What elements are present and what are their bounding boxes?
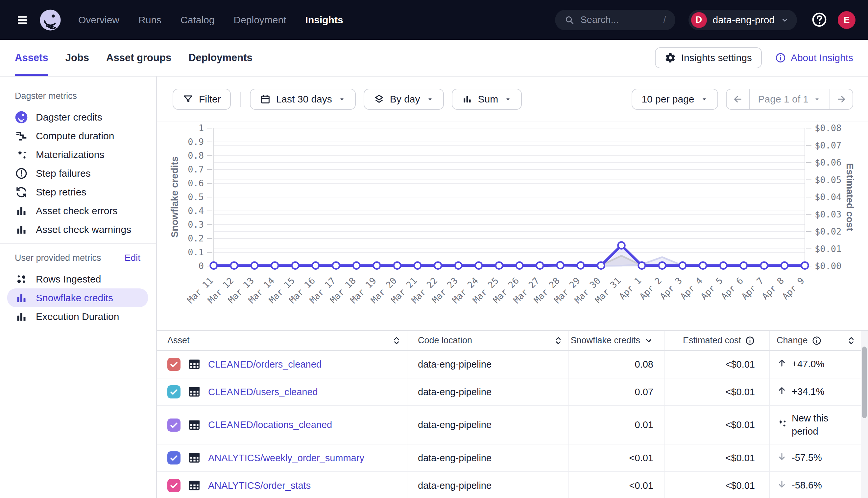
metrics-chart: 00.10.20.30.40.50.60.70.80.91$0.00$0.01$… xyxy=(157,121,868,330)
caret-down-icon xyxy=(504,95,512,103)
trend-up-icon xyxy=(777,358,787,368)
asset-cell: CLEANED/orders_cleaned xyxy=(157,351,407,378)
sidebar-item-rows-ingested[interactable]: Rows Ingested xyxy=(0,270,148,288)
help-button[interactable] xyxy=(810,11,829,29)
sidebar-item-compute-duration[interactable]: Compute duration xyxy=(0,127,148,145)
column-header-code-location[interactable]: Code location xyxy=(407,331,569,350)
sidebar-section-title: Dagster metrics xyxy=(15,91,77,101)
sidebar-item-step-failures[interactable]: Step failures xyxy=(0,164,148,183)
asset-link[interactable]: ANALYTICS/order_stats xyxy=(208,480,311,491)
change-cell: -57.5% xyxy=(770,444,861,471)
date-range-dropdown[interactable]: Last 30 days xyxy=(250,89,356,110)
sidebar-item-snowflake-credits[interactable]: Snowflake credits xyxy=(7,288,148,307)
next-page-button[interactable] xyxy=(830,89,853,109)
caret-down-icon xyxy=(338,95,346,103)
asset-cell: ANALYTICS/weekly_order_summary xyxy=(157,444,407,471)
scrollbar-thumb[interactable] xyxy=(862,346,867,418)
svg-text:$0.05: $0.05 xyxy=(815,175,841,185)
checkmark-icon xyxy=(169,359,179,369)
page-indicator-dropdown[interactable]: Page 1 of 1 xyxy=(749,89,830,109)
change-value: -57.5% xyxy=(792,451,822,464)
tab-jobs[interactable]: Jobs xyxy=(65,40,89,76)
asset-link[interactable]: CLEANED/users_cleaned xyxy=(208,386,318,397)
column-label: Change xyxy=(777,336,808,345)
search-input[interactable]: Search... / xyxy=(555,10,675,30)
deployment-badge: D xyxy=(691,12,707,28)
row-checkbox[interactable] xyxy=(167,358,180,371)
menu-button[interactable] xyxy=(13,10,32,30)
sidebar-item-label: Compute duration xyxy=(36,130,114,142)
user-avatar[interactable]: E xyxy=(838,11,855,29)
search-shortcut-hint: / xyxy=(663,14,666,25)
row-checkbox[interactable] xyxy=(167,385,180,398)
sidebar-item-execution-duration[interactable]: Execution Duration xyxy=(0,307,148,326)
dagster-logo-icon[interactable] xyxy=(39,9,61,31)
code-location-cell: data-eng-pipeline xyxy=(407,406,569,444)
tab-assets[interactable]: Assets xyxy=(15,40,48,76)
sidebar-section-header: Dagster metrics xyxy=(0,91,156,101)
column-header-asset[interactable]: Asset xyxy=(157,331,407,350)
deployment-switcher[interactable]: D data-eng-prod xyxy=(689,10,797,30)
svg-text:Estimated cost: Estimated cost xyxy=(845,163,855,231)
filter-button[interactable]: Filter xyxy=(173,89,231,110)
tab-asset-groups[interactable]: Asset groups xyxy=(106,40,171,76)
prev-page-button[interactable] xyxy=(727,89,749,109)
column-header-estimated-cost[interactable]: Estimated cost xyxy=(665,331,770,350)
row-checkbox[interactable] xyxy=(167,419,180,432)
dagster-insights-app: OverviewRunsCatalogDeploymentInsights Se… xyxy=(0,0,868,498)
insights-settings-button[interactable]: Insights settings xyxy=(655,47,762,68)
table-row: ANALYTICS/order_statsdata-eng-pipeline<0… xyxy=(157,472,868,498)
sidebar-item-dagster-credits[interactable]: Dagster credits xyxy=(0,108,148,127)
bar-chart-icon xyxy=(15,223,28,236)
row-checkbox[interactable] xyxy=(167,451,180,464)
aggregation-dropdown[interactable]: Sum xyxy=(452,89,522,110)
asset-cell: CLEANED/locations_cleaned xyxy=(157,406,407,444)
edit-metrics-link[interactable]: Edit xyxy=(125,253,140,263)
sidebar-item-asset-check-warnings[interactable]: Asset check warnings xyxy=(0,220,148,239)
assets-table: AssetCode locationSnowflake creditsEstim… xyxy=(157,330,868,498)
nav-item-insights[interactable]: Insights xyxy=(305,14,343,26)
checkmark-icon xyxy=(169,420,179,430)
about-insights-link[interactable]: About Insights xyxy=(775,52,853,63)
svg-text:Apr 5: Apr 5 xyxy=(699,275,725,301)
nav-item-deployment[interactable]: Deployment xyxy=(233,14,286,26)
table-scrollbar[interactable] xyxy=(861,331,868,498)
asset-link[interactable]: ANALYTICS/weekly_order_summary xyxy=(208,453,364,463)
column-header-change[interactable]: Change xyxy=(770,331,861,350)
filter-label: Filter xyxy=(199,94,221,105)
svg-text:0.7: 0.7 xyxy=(188,164,204,174)
estimated-cost-cell: <$0.01 xyxy=(665,378,770,405)
sidebar-item-asset-check-errors[interactable]: Asset check errors xyxy=(0,201,148,220)
asset-link[interactable]: CLEANED/locations_cleaned xyxy=(208,419,332,430)
sidebar-item-materializations[interactable]: Materializations xyxy=(0,145,148,164)
nav-item-catalog[interactable]: Catalog xyxy=(180,14,214,26)
sort-icon xyxy=(846,336,856,345)
bar-chart-icon xyxy=(15,310,28,323)
info-icon xyxy=(745,336,755,345)
svg-text:Apr 4: Apr 4 xyxy=(678,275,704,301)
asset-link[interactable]: CLEANED/orders_cleaned xyxy=(208,359,321,370)
gear-icon xyxy=(665,52,676,63)
granularity-dropdown[interactable]: By day xyxy=(363,89,444,110)
sidebar-item-step-retries[interactable]: Step retries xyxy=(0,183,148,201)
divider xyxy=(240,92,241,107)
dagster-credits-icon xyxy=(15,111,28,124)
sidebar-item-label: Dagster credits xyxy=(36,112,102,123)
top-nav: OverviewRunsCatalogDeploymentInsights Se… xyxy=(0,0,868,40)
svg-text:0: 0 xyxy=(199,261,204,271)
snowflake-credits-cell: <0.01 xyxy=(569,444,665,471)
table-icon xyxy=(188,358,201,371)
svg-text:$0.07: $0.07 xyxy=(815,140,841,150)
svg-text:$0.04: $0.04 xyxy=(815,192,841,202)
nav-item-runs[interactable]: Runs xyxy=(138,14,162,26)
column-header-snowflake-credits[interactable]: Snowflake credits xyxy=(569,331,665,350)
row-checkbox[interactable] xyxy=(167,479,180,492)
per-page-dropdown[interactable]: 10 per page xyxy=(631,89,718,110)
deployment-name: data-eng-prod xyxy=(713,14,775,26)
aggregation-label: Sum xyxy=(478,94,498,105)
code-location-cell: data-eng-pipeline xyxy=(407,444,569,471)
nav-item-overview[interactable]: Overview xyxy=(78,14,119,26)
search-icon xyxy=(564,15,575,25)
tab-deployments[interactable]: Deployments xyxy=(188,40,253,76)
estimated-cost-cell: <$0.01 xyxy=(665,406,770,444)
